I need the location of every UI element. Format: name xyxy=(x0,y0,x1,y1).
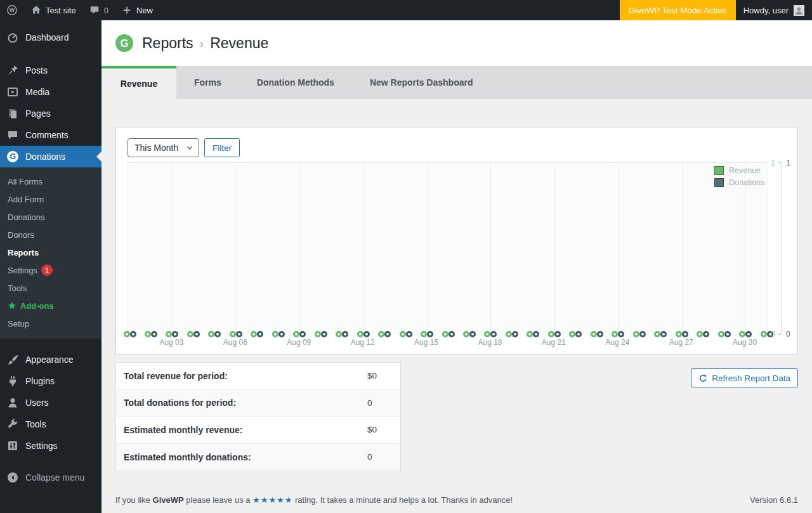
y-axis-line xyxy=(781,162,782,334)
donation-point xyxy=(554,331,561,337)
sidebar-subitem-settings[interactable]: Settings1 xyxy=(0,261,102,279)
tab-new-reports-dashboard[interactable]: New Reports Dashboard xyxy=(352,66,491,99)
revenue-point xyxy=(676,331,682,337)
sidebar-subitem-donors[interactable]: Donors xyxy=(0,226,102,244)
sidebar-item-dashboard[interactable]: Dashboard xyxy=(0,27,102,48)
svg-text:G: G xyxy=(10,152,16,161)
brush-icon xyxy=(6,353,19,366)
period-select[interactable]: This Month xyxy=(128,138,199,157)
svg-text:G: G xyxy=(120,37,128,49)
sidebar-item-label: Appearance xyxy=(25,354,74,365)
refresh-report-button[interactable]: Refresh Report Data xyxy=(691,368,798,387)
x-tick-label: Aug 15 xyxy=(414,338,438,347)
plug-icon xyxy=(6,375,19,387)
subitem-label: Reports xyxy=(8,248,39,257)
sidebar-item-users[interactable]: Users xyxy=(0,392,102,413)
donation-point xyxy=(427,331,433,337)
sidebar-item-pages[interactable]: Pages xyxy=(0,103,102,124)
comments-link[interactable]: 0 xyxy=(82,0,115,20)
revenue-point xyxy=(272,331,278,337)
summary-table: Total revenue for period:$0Total donatio… xyxy=(115,362,401,471)
breadcrumb: Reports › Revenue xyxy=(142,35,268,52)
donation-point xyxy=(745,331,752,337)
donation-point xyxy=(299,331,306,337)
revenue-point xyxy=(761,331,767,337)
revenue-point xyxy=(442,331,449,337)
sidebar-item-comments[interactable]: Comments xyxy=(0,124,102,146)
donation-point xyxy=(257,331,263,337)
dashboard-icon xyxy=(6,31,19,44)
sidebar-subitem-all-forms[interactable]: All Forms xyxy=(0,172,102,190)
sidebar-item-donations[interactable]: G Donations xyxy=(0,146,102,167)
svg-text:W: W xyxy=(10,7,15,13)
x-tick-label: Aug 03 xyxy=(159,338,183,347)
sidebar-item-label: Media xyxy=(25,87,49,97)
x-tick-label: Aug 09 xyxy=(287,338,311,347)
site-name-link[interactable]: Test site xyxy=(24,0,82,20)
sidebar-item-posts[interactable]: Posts xyxy=(0,60,102,81)
rating-stars-link[interactable]: ★★★★★ xyxy=(252,495,292,505)
subitem-label: Tools xyxy=(8,283,27,293)
donation-point xyxy=(597,331,603,337)
chart: RevenueDonations Aug 03Aug 06Aug 09Aug 1… xyxy=(128,162,787,353)
legend-item-donations[interactable]: Donations xyxy=(714,178,764,187)
tab-revenue[interactable]: Revenue xyxy=(102,66,176,99)
x-tick-label: Aug 12 xyxy=(351,338,375,347)
sidebar-subitem-setup[interactable]: Setup xyxy=(0,315,102,332)
account-menu[interactable]: Howdy, user xyxy=(736,0,812,20)
sidebar-item-tools[interactable]: Tools xyxy=(0,413,102,435)
sidebar-subitem-reports[interactable]: Reports xyxy=(0,244,102,261)
admin-bar: W Test site 0 New GiveWP Test Mode Activ… xyxy=(0,0,812,20)
donation-point xyxy=(575,331,582,337)
rating-request: If you like GiveWP please leave us a ★★★… xyxy=(115,495,513,505)
revenue-point xyxy=(591,331,597,337)
donation-point xyxy=(130,331,136,337)
wordpress-menu[interactable]: W xyxy=(0,0,24,20)
legend-label: Revenue xyxy=(729,166,761,175)
page-header: G Reports › Revenue xyxy=(102,20,812,66)
sidebar-subitem-tools[interactable]: Tools xyxy=(0,279,102,297)
donation-point xyxy=(342,331,348,337)
donation-point xyxy=(321,331,327,337)
x-tick-label: Aug 24 xyxy=(605,338,629,347)
gridline xyxy=(363,163,364,334)
table-row: Estimated monthly revenue:$0 xyxy=(116,417,400,444)
collapse-menu-button[interactable]: Collapse menu xyxy=(0,467,102,488)
wrench-icon xyxy=(6,418,19,431)
tab-forms[interactable]: Forms xyxy=(176,66,239,99)
revenue-point xyxy=(697,331,703,337)
row-value: $0 xyxy=(367,371,400,380)
x-tick-label: Aug 30 xyxy=(733,338,757,347)
legend-item-revenue[interactable]: Revenue xyxy=(714,166,764,175)
pin-icon xyxy=(6,64,19,77)
donation-point xyxy=(490,331,497,337)
donation-point xyxy=(193,331,200,337)
givewp-test-mode-badge[interactable]: GiveWP Test Mode Active xyxy=(620,0,736,20)
sidebar-subitem-add-form[interactable]: Add Form xyxy=(0,190,102,208)
tab-donation-methods[interactable]: Donation Methods xyxy=(239,66,352,99)
sidebar-item-appearance[interactable]: Appearance xyxy=(0,349,102,370)
chart-plot[interactable] xyxy=(128,162,768,334)
new-content-button[interactable]: New xyxy=(115,0,159,20)
table-row: Total donations for period:0 xyxy=(116,390,400,417)
filter-button[interactable]: Filter xyxy=(204,138,240,157)
revenue-point xyxy=(718,331,724,337)
gridline xyxy=(299,163,300,334)
table-row: Estimated monthly donations:0 xyxy=(116,444,400,471)
revenue-point xyxy=(612,331,618,337)
sidebar-item-label: Settings xyxy=(25,441,58,451)
page-footer: If you like GiveWP please leave us a ★★★… xyxy=(115,495,798,505)
x-tick-label: Aug 27 xyxy=(669,338,693,347)
revenue-point xyxy=(506,331,512,337)
sidebar-item-media[interactable]: Media xyxy=(0,81,102,103)
donation-point xyxy=(278,331,285,337)
gridline xyxy=(554,163,555,334)
sidebar-item-label: Tools xyxy=(25,419,46,429)
sidebar-subitem-add-ons[interactable]: Add-ons xyxy=(0,297,102,315)
donation-point xyxy=(449,331,455,337)
revenue-point xyxy=(484,331,490,337)
sidebar-item-settings[interactable]: Settings xyxy=(0,435,102,457)
sidebar-subitem-donations[interactable]: Donations xyxy=(0,208,102,226)
comment-count: 0 xyxy=(104,6,108,15)
sidebar-item-plugins[interactable]: Plugins xyxy=(0,370,102,392)
